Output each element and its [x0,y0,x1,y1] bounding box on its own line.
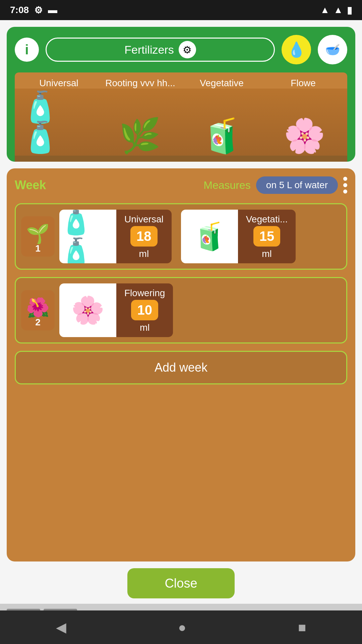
close-button[interactable]: Close [127,568,235,598]
water-icon: 💧 [287,41,306,58]
fertilizer-shelf: Universal Rooting vvv hh... Vegetative F… [15,72,347,162]
fert-image-flowering: 🌸 [59,283,116,337]
status-right: ▲ ▲ ▮ [320,5,352,16]
shelf-labels: Universal Rooting vvv hh... Vegetative F… [15,72,347,89]
shelf-item-3[interactable]: 🌸 [268,119,341,152]
fert-entry-universal[interactable]: 🧴🧴 Universal 18 ml [59,210,172,263]
water-button[interactable]: 💧 [282,35,311,64]
fert-amount-flowering: Flowering 10 ml [116,283,173,337]
shelf-label-2[interactable]: Vegetative [181,78,262,89]
info-button[interactable]: i [15,38,39,62]
week-card-1: 🌱 1 🧴🧴 Universal 18 ml [15,203,347,270]
fert-amount-universal: Universal 18 ml [116,210,172,263]
shelf-label-3[interactable]: Flowe [262,78,344,89]
seed-button[interactable]: 🥣 [318,35,347,64]
shelf-item-0[interactable]: 🧴🧴 [21,92,94,152]
week-2-num: 2 [35,317,41,328]
fertilizers-label: Fertilizers [124,43,174,56]
home-button[interactable]: ● [178,620,186,635]
nav-bar: ◀ ● ■ [0,610,362,644]
week-row: Week Measures on 5 L of water [15,176,347,194]
shelf-items: 🧴🧴 🌿 🧃 🌸 [15,89,347,156]
bottom-area: Week Measures on 5 L of water 🌱 1 🧴🧴 [7,168,355,561]
fert-unit-vegetative: ml [262,249,272,259]
fert-image-universal: 🧴🧴 [59,210,116,263]
app-container: i Fertilizers ⚙ 💧 🥣 Universal Rooting vv… [0,20,362,644]
week-label: Week [15,178,46,192]
shelf-label-0[interactable]: Universal [18,78,100,89]
seed-icon: 🥣 [325,43,340,57]
fert-name-flowering: Flowering [124,288,165,299]
fert-image-vegetative: 🧃 [181,210,238,263]
shelf-label-1[interactable]: Rooting vvv hh... [100,78,181,89]
measures-badge[interactable]: on 5 L of water [256,176,338,194]
week-1-box: 🌱 1 [21,216,55,257]
add-week-button[interactable]: Add week [15,351,347,384]
header-row: i Fertilizers ⚙ 💧 🥣 [15,35,347,64]
top-card: i Fertilizers ⚙ 💧 🥣 Universal Rooting vv… [7,27,355,162]
fert-name-vegetative: Vegetati... [246,214,288,225]
time-display: 7:08 [10,5,29,15]
vegetative-bottle-icon: 🧃 [193,221,226,252]
dot-3 [343,190,347,194]
settings-status-icon: ⚙ [34,5,43,16]
shelf-divider [15,156,347,162]
gear-icon: ⚙ [179,41,196,58]
battery-icon: ▮ [347,5,352,16]
back-button[interactable]: ◀ [56,620,66,635]
fert-amount-vegetative: Vegetati... 15 ml [238,210,296,263]
more-options-button[interactable] [343,177,347,194]
fert-name-universal: Universal [124,214,164,225]
dot-2 [343,183,347,187]
fert-unit-universal: ml [139,249,149,259]
fert-num-vegetative: 15 [253,226,281,247]
week-1-num: 1 [35,243,41,254]
week-2-box: 🌺 2 [21,290,55,330]
recents-button[interactable]: ■ [298,620,306,635]
fert-unit-flowering: ml [140,322,150,333]
week-1-emoji: 🌱 [26,224,50,243]
fert-entry-flowering[interactable]: 🌸 Flowering 10 ml [59,283,173,337]
shelf-item-1[interactable]: 🌿 [104,119,176,152]
universal-bottle-icon: 🧴🧴 [59,210,116,263]
week-2-fertilizers: 🌸 Flowering 10 ml [59,283,178,337]
status-bar: 7:08 ⚙ ▬ ▲ ▲ ▮ [0,0,362,20]
sim-icon: ▬ [48,5,57,15]
shelf-item-2[interactable]: 🧃 [186,119,258,152]
fert-num-universal: 18 [130,226,158,247]
fertilizers-button[interactable]: Fertilizers ⚙ [46,38,275,62]
info-icon: i [25,42,28,57]
fert-num-flowering: 10 [131,300,158,320]
flowering-bottle-icon: 🌸 [71,294,105,326]
status-left: 7:08 ⚙ ▬ [10,5,57,16]
signal-icon: ▲ [334,5,343,15]
fert-entry-vegetative[interactable]: 🧃 Vegetati... 15 ml [181,210,296,263]
dot-1 [343,177,347,181]
week-card-2: 🌺 2 🌸 Flowering 10 ml [15,277,347,343]
week-1-fertilizers: 🧴🧴 Universal 18 ml 🧃 [59,210,300,263]
wifi-icon: ▲ [320,5,330,15]
week-2-emoji: 🌺 [26,298,50,317]
measures-label: Measures [203,179,251,192]
